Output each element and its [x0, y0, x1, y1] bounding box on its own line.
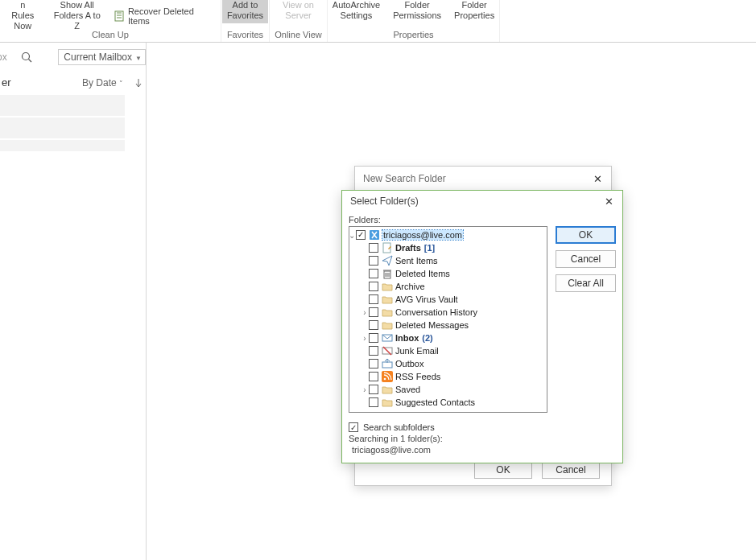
sort-label: By Date [82, 77, 117, 89]
cancel-button[interactable]: Cancel [542, 461, 600, 479]
folder-checkbox[interactable] [369, 269, 378, 278]
close-icon[interactable]: ✕ [603, 196, 614, 207]
dialog-title: New Search Folder [363, 173, 446, 184]
tree-row[interactable]: ⌄✓triciagoss@live.com [349, 229, 547, 241]
chevron-down-icon: ▼ [135, 55, 142, 62]
folder-checkbox[interactable] [369, 320, 378, 330]
folder-checkbox[interactable] [369, 372, 378, 381]
folder-checkbox[interactable] [369, 346, 378, 356]
tree-row[interactable]: AVG Virus Vault [349, 293, 547, 306]
folder-label: Archive [395, 282, 425, 291]
expander-icon[interactable]: ⌄ [349, 231, 356, 240]
dialog-title: Select Folder(s) [350, 196, 419, 207]
folders-label: Folders: [349, 215, 547, 224]
autoarchive-settings-button[interactable]: AutoArchive Settings [329, 0, 383, 21]
list-item[interactable] [0, 95, 125, 116]
list-item[interactable] [0, 117, 125, 138]
search-icon [20, 51, 33, 64]
folder-permissions-button[interactable]: Folder Permissions [390, 0, 444, 21]
button-label: OK [579, 229, 593, 241]
ok-button[interactable]: OK [556, 226, 616, 244]
mail-icon [382, 332, 393, 344]
rules-now-button[interactable]: n Rules Now [5, 0, 41, 32]
folder-checkbox[interactable] [369, 333, 378, 343]
folder-properties-button[interactable]: Folder Properties [451, 0, 498, 21]
button-label: Cancel [571, 253, 601, 265]
tree-row[interactable]: Archive [349, 280, 547, 293]
select-folders-dialog: Select Folder(s) ✕ Folders: ⌄✓triciagoss… [341, 190, 623, 463]
recover-deleted-button[interactable]: Recover Deleted Items [114, 6, 216, 26]
draft-icon [382, 242, 393, 253]
item-count: [1] [424, 243, 435, 253]
svg-rect-14 [382, 362, 392, 368]
tree-row[interactable]: RSS Feeds [349, 370, 547, 383]
scope-label: Current Mailbox [64, 51, 132, 63]
expander-icon[interactable]: › [361, 308, 369, 317]
group-label-cleanup: Clean Up [0, 28, 221, 42]
view-on-server-button: View on Server [279, 0, 317, 21]
search-text-fragment: ox [0, 51, 7, 63]
trash-icon [382, 268, 393, 279]
status-line: triciagoss@live.com [349, 445, 616, 456]
search-input[interactable]: ox [0, 51, 53, 64]
expander-icon[interactable]: › [361, 385, 369, 394]
ok-button[interactable]: OK [474, 461, 532, 479]
folder-checkbox[interactable] [369, 397, 378, 407]
tree-row[interactable]: Sent Items [349, 254, 547, 267]
folder-label: Suggested Contacts [395, 397, 475, 407]
folder-checkbox[interactable] [369, 307, 378, 317]
folder-tree[interactable]: ⌄✓triciagoss@live.comDrafts[1]Sent Items… [349, 226, 547, 413]
folder-icon [382, 384, 393, 395]
cancel-button[interactable]: Cancel [556, 250, 616, 268]
folder-icon [382, 319, 393, 331]
folder-checkbox[interactable] [369, 243, 378, 253]
ribbon-text: AutoArchive [333, 0, 380, 10]
folder-icon [382, 397, 393, 408]
tree-row[interactable]: Junk Email [349, 344, 547, 357]
button-label: Clear All [568, 278, 604, 289]
status-line: Searching in 1 folder(s): [349, 434, 616, 445]
item-count: (2) [422, 333, 432, 343]
search-subfolders-checkbox[interactable]: ✓ [349, 422, 358, 432]
tree-row[interactable]: ›Conversation History [349, 306, 547, 319]
tree-row[interactable]: ›Inbox(2) [349, 331, 547, 344]
folder-checkbox[interactable] [369, 294, 378, 304]
message-list-pane: ox Current Mailbox ▼ er By Date ˅ [0, 43, 147, 560]
folder-checkbox[interactable]: ✓ [356, 230, 366, 240]
ribbon-text: n Rules [8, 0, 38, 21]
tree-row[interactable]: Deleted Items [349, 267, 547, 280]
search-scope-dropdown[interactable]: Current Mailbox ▼ [58, 49, 146, 65]
sort-by-date-button[interactable]: By Date ˅ [82, 77, 123, 89]
folder-label: Saved [395, 385, 420, 394]
tree-row[interactable]: ›Saved [349, 383, 547, 396]
folder-label: AVG Virus Vault [395, 294, 458, 304]
expander-icon[interactable]: › [361, 334, 369, 343]
tree-row[interactable]: Outbox [349, 357, 547, 370]
folder-checkbox[interactable] [369, 256, 378, 266]
button-label: Cancel [556, 464, 585, 476]
tree-row[interactable]: Deleted Messages [349, 319, 547, 331]
ribbon-text: Folder [462, 0, 487, 10]
ribbon-text: Properties [454, 10, 494, 21]
sent-icon [382, 255, 393, 266]
junk-icon [382, 345, 393, 356]
group-label-properties: Properties [328, 28, 499, 42]
svg-point-1 [22, 53, 29, 60]
sort-direction-button[interactable] [134, 78, 143, 88]
tree-row[interactable]: Suggested Contacts [349, 396, 547, 409]
account-icon [369, 229, 380, 241]
list-item[interactable] [0, 140, 125, 151]
folder-checkbox[interactable] [369, 282, 378, 291]
add-to-favorites-button[interactable]: Add to Favorites [222, 0, 268, 23]
folder-label: Deleted Items [395, 269, 450, 278]
tree-row[interactable]: Drafts[1] [349, 241, 547, 254]
pane-header-fragment: er [2, 76, 11, 89]
close-icon[interactable]: ✕ [592, 173, 603, 184]
folder-checkbox[interactable] [369, 385, 378, 394]
folder-checkbox[interactable] [369, 359, 378, 369]
show-all-folders-button[interactable]: Show All Folders A to Z [48, 0, 107, 32]
folder-label: Junk Email [395, 346, 439, 356]
clear-all-button[interactable]: Clear All [556, 274, 616, 292]
outbox-icon [382, 358, 393, 369]
svg-line-2 [28, 60, 31, 63]
